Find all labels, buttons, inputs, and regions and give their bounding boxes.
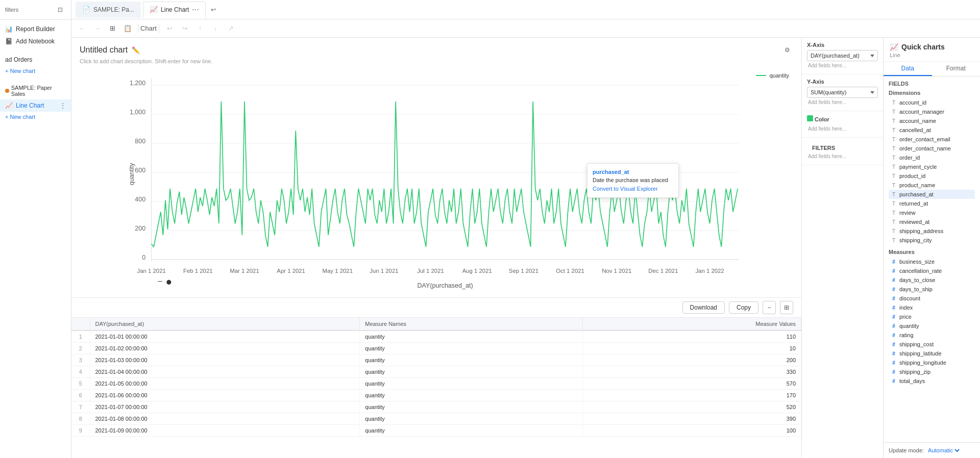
dimension-field-order_contact_email[interactable]: Torder_contact_email — [889, 135, 975, 144]
dimension-field-product_id[interactable]: Tproduct_id — [889, 171, 975, 181]
move-up-btn[interactable]: ↑ — [194, 22, 206, 35]
collapse-table-btn[interactable]: − — [763, 301, 776, 314]
field-label: cancellation_rate — [899, 268, 942, 274]
dimension-field-purchased_at[interactable]: Tpurchased_at — [889, 190, 975, 199]
field-label: cancelled_at — [899, 127, 931, 133]
back-btn[interactable]: ← — [76, 22, 88, 35]
move-down-btn[interactable]: ↓ — [209, 22, 222, 35]
field-label: shipping_address — [899, 228, 943, 234]
move-out-btn[interactable]: ↗ — [225, 22, 237, 35]
dimension-field-review[interactable]: Treview — [889, 208, 975, 217]
qc-tab-data[interactable]: Data — [884, 62, 932, 76]
sidebar-item-add-notebook[interactable]: 📓 Add Notebook — [0, 35, 71, 47]
more-options-icon[interactable]: ⋮ — [60, 102, 66, 109]
dimension-field-account_id[interactable]: Taccount_id — [889, 98, 975, 107]
notebook-icon: 📓 — [5, 38, 13, 45]
sidebar-item-report-builder[interactable]: 📊 Report Builder — [0, 23, 71, 35]
col-measure-values[interactable]: Measure Values — [583, 318, 801, 330]
color-add-fields[interactable]: Add fields here... — [807, 124, 878, 133]
col-day[interactable]: DAY(purchased_at) — [90, 318, 360, 330]
measures-section: Measures #business_size#cancellation_rat… — [889, 249, 975, 386]
measures-heading: Measures — [889, 249, 975, 255]
sidebar-new-chart-2[interactable]: + New chart — [0, 112, 71, 122]
measure-field-rating[interactable]: #rating — [889, 330, 975, 340]
sidebar-item-ad-orders[interactable]: ad Orders — [0, 54, 71, 66]
undo-btn[interactable]: ↩ — [163, 22, 176, 35]
measure-field-index[interactable]: #index — [889, 303, 975, 312]
x-axis-add-fields[interactable]: Add fields here... — [807, 61, 878, 70]
measure-field-quantity[interactable]: #quantity — [889, 321, 975, 330]
sidebar-item-line-chart[interactable]: 📈 Line Chart ⋮ — [0, 99, 71, 112]
dimension-field-returned_at[interactable]: Treturned_at — [889, 199, 975, 208]
field-label: product_name — [899, 182, 935, 188]
dimension-field-product_name[interactable]: Tproduct_name — [889, 181, 975, 190]
dimension-field-shipping_city[interactable]: Tshipping_city — [889, 236, 975, 245]
chart-title[interactable]: Untitled chart — [80, 45, 128, 55]
y-axis-select[interactable]: SUM(quantity) — [807, 87, 878, 98]
chart-subtitle[interactable]: Click to add chart description. Shift-en… — [71, 58, 801, 68]
y-axis-add-fields[interactable]: Add fields here... — [807, 98, 878, 107]
text-icon: T — [891, 145, 897, 151]
measure-field-shipping_cost[interactable]: #shipping_cost — [889, 340, 975, 349]
chart-settings-btn[interactable]: ⚙ — [781, 44, 793, 56]
filters-add-fields[interactable]: Add fields here... — [807, 152, 878, 161]
tab-sample-pa[interactable]: 📄 SAMPLE: Pa... — [76, 2, 141, 18]
measure-icon: # — [891, 332, 897, 338]
dimension-field-shipping_address[interactable]: Tshipping_address — [889, 226, 975, 236]
redo-btn[interactable]: ↪ — [179, 22, 191, 35]
measure-field-shipping_zip[interactable]: #shipping_zip — [889, 367, 975, 376]
measure-field-business_size[interactable]: #business_size — [889, 257, 975, 266]
dimension-field-account_name[interactable]: Taccount_name — [889, 116, 975, 125]
sidebar-collapse-btn[interactable]: ⊡ — [55, 4, 66, 15]
dimension-field-order_contact_name[interactable]: Torder_contact_name — [889, 144, 975, 153]
text-icon: T — [891, 210, 897, 216]
row-date: 2021-01-05 00:00:00 — [90, 378, 360, 390]
row-num: 2 — [71, 343, 90, 354]
svg-text:Oct 1 2021: Oct 1 2021 — [556, 268, 584, 274]
dimension-field-cancelled_at[interactable]: Tcancelled_at — [889, 125, 975, 135]
row-measure: quantity — [360, 354, 583, 366]
field-label: shipping_latitude — [899, 350, 942, 357]
dimension-field-reviewed_at[interactable]: Treviewed_at — [889, 217, 975, 226]
measure-field-shipping_latitude[interactable]: #shipping_latitude — [889, 349, 975, 358]
text-icon: T — [891, 200, 897, 207]
copy-btn[interactable]: Copy — [729, 301, 758, 314]
measure-field-shipping_longitude[interactable]: #shipping_longitude — [889, 358, 975, 367]
row-measure: quantity — [360, 401, 583, 413]
dimension-field-account_manager[interactable]: Taccount_manager — [889, 107, 975, 116]
field-label: account_name — [899, 118, 936, 124]
qc-tab-format[interactable]: Format — [932, 62, 981, 76]
expand-table-btn[interactable]: ⊞ — [780, 301, 793, 314]
field-label: days_to_ship — [899, 286, 933, 292]
y-axis-section: Y-Axis SUM(quantity) Add fields here... — [802, 74, 883, 111]
text-icon: T — [891, 182, 897, 188]
measure-field-days_to_close[interactable]: #days_to_close — [889, 275, 975, 285]
row-num: 7 — [71, 401, 90, 413]
measure-field-days_to_ship[interactable]: #days_to_ship — [889, 285, 975, 294]
dimension-field-order_id[interactable]: Torder_id — [889, 153, 975, 162]
download-btn[interactable]: Download — [682, 301, 725, 314]
col-measure-names[interactable]: Measure Names — [360, 318, 583, 330]
update-mode-select[interactable]: Automatic Manual — [926, 447, 961, 454]
measure-field-discount[interactable]: #discount — [889, 294, 975, 303]
share-btn[interactable]: 📋 — [121, 22, 134, 35]
duplicate-btn[interactable]: ⊞ — [106, 22, 118, 35]
measure-field-cancellation_rate[interactable]: #cancellation_rate — [889, 266, 975, 275]
x-axis-select[interactable]: DAY(purchased_at) — [807, 50, 878, 61]
legend-line — [756, 75, 766, 76]
edit-title-icon[interactable]: ✏️ — [132, 46, 140, 54]
forward-btn[interactable]: → — [91, 22, 103, 35]
sidebar-new-chart-1[interactable]: + New chart — [0, 66, 71, 76]
tab-more-btn[interactable]: ⋯ — [192, 6, 199, 14]
line-chart-tab-label: Line Chart — [161, 6, 189, 13]
add-tab-btn[interactable]: ↩ — [208, 4, 219, 15]
tab-line-chart[interactable]: 📈 Line Chart ⋯ — [143, 2, 206, 18]
field-label: order_id — [899, 155, 920, 161]
text-icon: T — [891, 219, 897, 225]
dimension-field-payment_cycle[interactable]: Tpayment_cycle — [889, 162, 975, 171]
x-axis-section: X-Axis DAY(purchased_at) Add fields here… — [802, 38, 883, 74]
measure-field-price[interactable]: #price — [889, 312, 975, 321]
measure-field-total_days[interactable]: #total_days — [889, 376, 975, 386]
chart-panel: Untitled chart ✏️ ⚙ Click to add chart d… — [71, 38, 801, 458]
svg-text:Aug 1 2021: Aug 1 2021 — [462, 268, 492, 274]
